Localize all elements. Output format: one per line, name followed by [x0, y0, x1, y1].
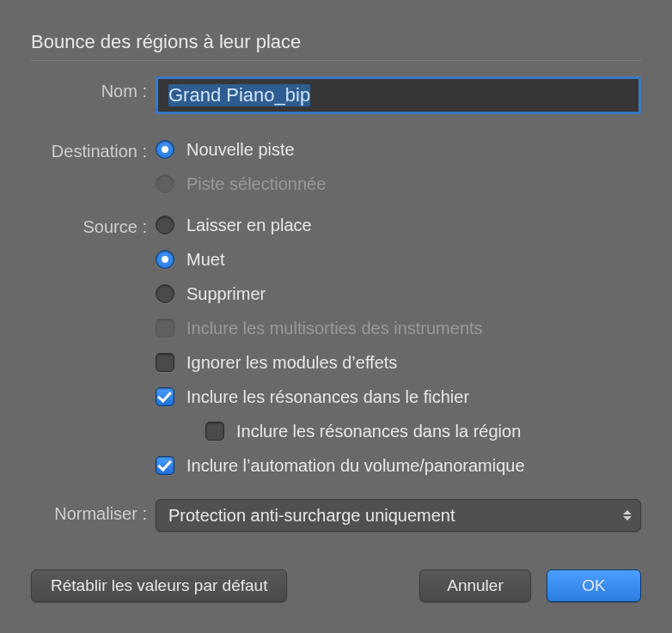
source-row: Source : Laisser en place Muet Supprimer… — [31, 212, 641, 487]
name-input-wrapper[interactable] — [156, 76, 641, 114]
name-label: Nom : — [31, 76, 156, 101]
divider — [31, 60, 641, 61]
dialog-title: Bounce des régions à leur place — [31, 31, 641, 53]
include-resonance-region-row[interactable]: Inclure les résonances dans la région — [205, 418, 641, 444]
ok-button[interactable]: OK — [547, 569, 641, 602]
radio-leave-in-place-label: Laisser en place — [186, 216, 312, 235]
button-row: Rétablir les valeurs par défaut Annuler … — [31, 569, 641, 602]
normalize-label: Normaliser : — [31, 499, 156, 524]
checkbox-include-resonance-region[interactable] — [205, 422, 224, 441]
cancel-button[interactable]: Annuler — [419, 569, 531, 602]
checkbox-include-resonance-file-label: Inclure les résonances dans le fichier — [186, 387, 469, 407]
include-multioutputs-row: Inclure les multisorties des instruments — [156, 315, 641, 341]
updown-icon — [623, 510, 632, 520]
source-mute-row[interactable]: Muet — [156, 247, 641, 272]
include-resonance-file-row[interactable]: Inclure les résonances dans le fichier — [156, 384, 641, 410]
destination-selected-track-row: Piste sélectionnée — [156, 171, 641, 197]
radio-mute[interactable] — [156, 250, 174, 269]
radio-selected-track-label: Piste sélectionnée — [186, 174, 326, 194]
name-row: Nom : — [31, 76, 641, 130]
checkbox-include-resonance-region-label: Inclure les résonances dans la région — [236, 422, 521, 441]
radio-delete-label: Supprimer — [186, 284, 266, 304]
destination-label: Destination : — [31, 137, 156, 161]
source-leave-row[interactable]: Laisser en place — [156, 212, 641, 238]
checkbox-ignore-effects-label: Ignorer les modules d’effets — [186, 353, 397, 373]
radio-delete[interactable] — [156, 284, 174, 303]
normalize-row: Normaliser : Protection anti-surcharge u… — [31, 499, 641, 532]
normalize-select[interactable]: Protection anti-surcharge uniquement — [156, 499, 641, 532]
checkbox-include-multioutputs — [156, 319, 174, 338]
restore-defaults-button[interactable]: Rétablir les valeurs par défaut — [31, 569, 287, 602]
radio-mute-label: Muet — [186, 250, 224, 270]
checkbox-include-automation[interactable] — [156, 456, 174, 475]
checkbox-ignore-effects[interactable] — [156, 353, 174, 372]
checkbox-include-automation-label: Inclure l’automation du volume/panoramiq… — [186, 456, 525, 476]
source-label: Source : — [31, 212, 156, 237]
bounce-regions-dialog: Bounce des régions à leur place Nom : De… — [0, 0, 672, 626]
source-delete-row[interactable]: Supprimer — [156, 281, 641, 307]
normalize-select-value: Protection anti-surcharge uniquement — [168, 506, 455, 526]
radio-leave-in-place[interactable] — [156, 216, 174, 234]
radio-new-track-label: Nouvelle piste — [186, 140, 295, 160]
checkbox-include-multioutputs-label: Inclure les multisorties des instruments — [186, 319, 483, 338]
checkbox-include-resonance-file[interactable] — [156, 387, 174, 406]
radio-new-track[interactable] — [156, 140, 174, 159]
radio-selected-track — [156, 174, 174, 193]
name-input[interactable] — [167, 83, 630, 107]
destination-new-track-row[interactable]: Nouvelle piste — [156, 137, 641, 162]
ignore-effect-modules-row[interactable]: Ignorer les modules d’effets — [156, 350, 641, 375]
destination-row: Destination : Nouvelle piste Piste sélec… — [31, 137, 641, 205]
include-automation-row[interactable]: Inclure l’automation du volume/panoramiq… — [156, 453, 641, 478]
